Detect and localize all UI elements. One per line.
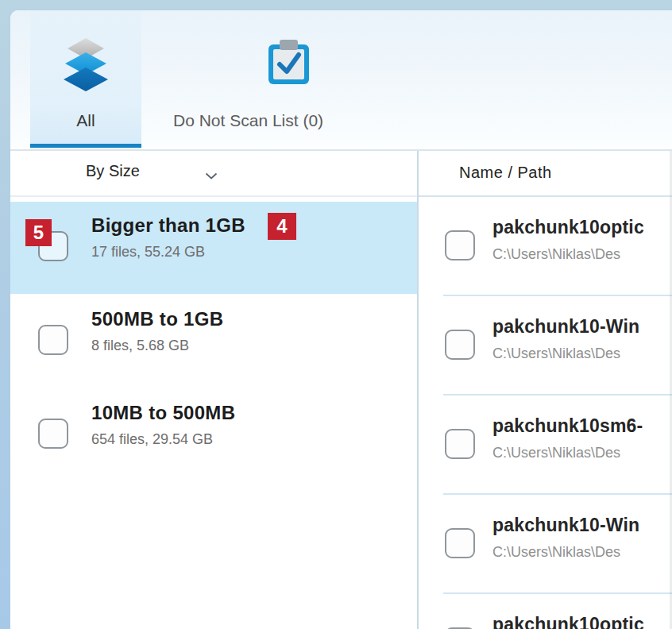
tab-all-label: All xyxy=(30,111,141,130)
file-checkbox[interactable] xyxy=(445,528,475,558)
group-title: 500MB to 1GB xyxy=(91,308,223,330)
annotation-badge-5: 5 xyxy=(25,219,52,246)
file-path: C:\Users\Niklas\Des xyxy=(492,445,620,461)
group-subtitle: 8 files, 5.68 GB xyxy=(91,338,189,354)
group-subtitle: 17 files, 55.24 GB xyxy=(91,244,205,260)
sort-by-dropdown[interactable]: By Size xyxy=(86,162,140,189)
file-path: C:\Users\Niklas\Des xyxy=(492,345,620,362)
file-list-panel: Name / Path pakchunk10optic C:\Users\Nik… xyxy=(419,151,672,629)
file-name: pakchunk10sm6- xyxy=(492,415,643,437)
file-row[interactable]: pakchunk10optic C:\Users\Niklas\Des xyxy=(419,197,672,296)
group-subtitle: 654 files, 29.54 GB xyxy=(91,431,213,448)
file-row[interactable]: pakchunk10optic xyxy=(419,594,672,629)
chevron-down-icon xyxy=(204,169,218,183)
file-name: pakchunk10-Win xyxy=(492,515,639,536)
size-group-10mb-to-500mb[interactable]: 10MB to 500MB 654 files, 29.54 GB xyxy=(10,389,417,481)
selected-tab-underline xyxy=(30,144,141,148)
group-title: Bigger than 1GB xyxy=(91,214,245,237)
size-group-bigger-than-1gb[interactable]: Bigger than 1GB 17 files, 55.24 GB xyxy=(10,202,417,294)
layers-icon xyxy=(59,37,113,95)
tab-do-not-scan[interactable]: Do Not Scan List (0) xyxy=(141,10,434,144)
app-screenshot: { "tabs": { "all": { "label": "All", "se… xyxy=(0,0,672,629)
tab-all[interactable]: All xyxy=(30,10,141,144)
group-checkbox[interactable] xyxy=(38,325,68,355)
file-name: pakchunk10optic xyxy=(492,217,644,238)
file-path: C:\Users\Niklas\Des xyxy=(492,544,620,561)
annotation-badge-4: 4 xyxy=(268,213,296,240)
clipboard-check-icon xyxy=(266,39,311,90)
sort-by-label: By Size xyxy=(86,162,140,179)
file-path: C:\Users\Niklas\Des xyxy=(492,246,620,263)
file-checkbox[interactable] xyxy=(445,429,475,459)
file-row[interactable]: pakchunk10-Win C:\Users\Niklas\Des xyxy=(419,296,672,396)
tab-do-not-scan-label: Do Not Scan List (0) xyxy=(173,111,323,130)
file-checkbox[interactable] xyxy=(445,230,475,260)
group-checkbox[interactable] xyxy=(38,419,68,449)
file-row[interactable]: pakchunk10-Win C:\Users\Niklas\Des xyxy=(419,495,672,594)
left-panel-header: By Size xyxy=(10,151,417,195)
app-window: All Do Not Scan List (0) By Size xyxy=(10,10,672,629)
file-name: pakchunk10-Win xyxy=(492,316,639,338)
file-checkbox[interactable] xyxy=(445,330,475,360)
file-list: pakchunk10optic C:\Users\Niklas\Des pakc… xyxy=(419,197,672,629)
right-panel-header: Name / Path xyxy=(419,151,672,195)
group-title: 10MB to 500MB xyxy=(91,402,235,424)
tab-bar: All Do Not Scan List (0) xyxy=(10,10,672,149)
size-group-list: Bigger than 1GB 17 files, 55.24 GB 500MB… xyxy=(10,202,417,483)
file-name: pakchunk10optic xyxy=(492,614,644,629)
size-groups-panel: By Size Bigger than 1GB 17 files, 55.24 … xyxy=(10,151,417,629)
name-path-column-header[interactable]: Name / Path xyxy=(459,164,552,182)
file-row[interactable]: pakchunk10sm6- C:\Users\Niklas\Des xyxy=(419,396,672,495)
left-header-divider xyxy=(10,195,417,197)
size-group-500mb-to-1gb[interactable]: 500MB to 1GB 8 files, 5.68 GB xyxy=(10,295,417,388)
